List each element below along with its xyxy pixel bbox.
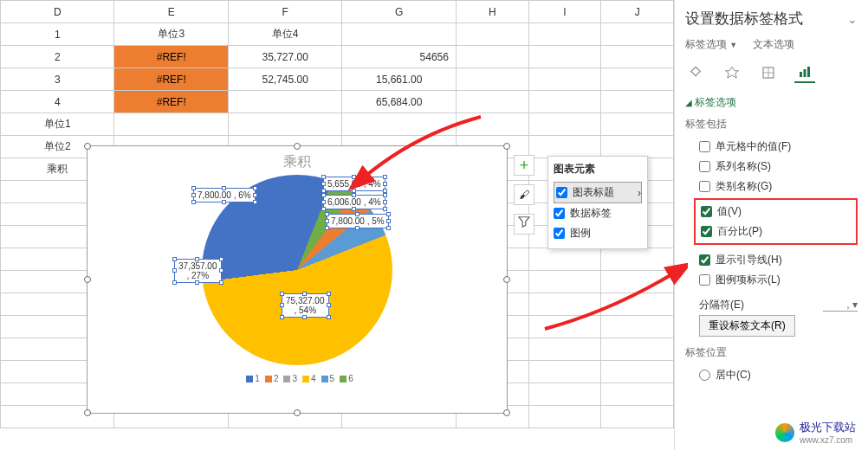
cell[interactable]: 35,727.00: [228, 46, 341, 68]
svg-rect-2: [800, 72, 802, 77]
flyout-checkbox[interactable]: [554, 228, 565, 239]
cell[interactable]: 4: [1, 91, 114, 113]
cell[interactable]: 54656: [342, 46, 456, 68]
cell[interactable]: 单位3: [114, 23, 228, 46]
separator-dropdown[interactable]: , ▾: [823, 299, 858, 312]
cell[interactable]: [601, 91, 674, 113]
flyout-label: 图表标题: [573, 185, 614, 200]
table-row[interactable]: 3 #REF! 52,745.00 15,661.00: [1, 68, 674, 91]
cell[interactable]: [528, 46, 601, 68]
legend-item[interactable]: 4: [311, 374, 316, 383]
annotation-arrow-icon: [347, 104, 494, 190]
opt-legend-key[interactable]: 图例项标示(L): [685, 270, 858, 290]
legend-item[interactable]: 5: [330, 374, 335, 383]
section-label-options[interactable]: 标签选项: [685, 95, 858, 110]
col-header-G[interactable]: G: [342, 1, 456, 23]
col-header-I[interactable]: I: [528, 1, 601, 23]
cell[interactable]: [528, 91, 601, 113]
flyout-item-chart-title[interactable]: 图表标题 ›: [554, 182, 642, 203]
cell[interactable]: 3: [1, 68, 114, 91]
chart-elements-button[interactable]: +: [514, 155, 534, 176]
cell-error[interactable]: #REF!: [114, 46, 228, 68]
legend-item[interactable]: 6: [348, 374, 353, 383]
cell[interactable]: 2: [1, 46, 114, 68]
watermark-brand: 极光下载站: [800, 420, 856, 435]
label-options-icon[interactable]: [794, 62, 815, 83]
spreadsheet-area: D E F G H I J 1 单位3 单位4 2 #REF! 35,727.0…: [0, 0, 674, 450]
cell[interactable]: [528, 68, 601, 91]
effects-icon[interactable]: [722, 62, 742, 83]
opt-series-name[interactable]: 系列名称(S): [685, 157, 858, 177]
col-header-J[interactable]: J: [601, 1, 674, 23]
cell-error[interactable]: #REF!: [114, 91, 228, 113]
subhead-label-position: 标签位置: [685, 345, 858, 360]
cell[interactable]: [456, 23, 528, 46]
fill-icon[interactable]: [685, 62, 706, 83]
chevron-down-icon[interactable]: ⌄: [847, 12, 858, 26]
cell[interactable]: [456, 68, 528, 91]
flyout-checkbox[interactable]: [556, 187, 567, 198]
subhead-label-contains: 标签包括: [685, 117, 858, 132]
flyout-checkbox[interactable]: [554, 208, 565, 219]
flyout-item-data-labels[interactable]: 数据标签: [554, 203, 642, 223]
legend-item[interactable]: 3: [292, 374, 297, 383]
cell-error[interactable]: #REF!: [114, 68, 228, 91]
cell[interactable]: [601, 23, 674, 46]
data-label[interactable]: 75,327.00 , 54%: [282, 293, 329, 318]
col-header-H[interactable]: H: [456, 1, 528, 23]
table-row[interactable]: 单位1: [1, 113, 674, 136]
flyout-label: 图例: [570, 226, 591, 241]
chart-legend[interactable]: 123456: [87, 369, 507, 383]
tab-text-options[interactable]: 文本选项: [753, 38, 794, 50]
data-label[interactable]: 7,800.00 , 6%: [193, 188, 256, 202]
cell[interactable]: [601, 46, 674, 68]
svg-rect-3: [804, 69, 806, 77]
row-label[interactable]: 单位1: [1, 113, 114, 136]
cell[interactable]: [456, 46, 528, 68]
cell[interactable]: 15,661.00: [342, 68, 456, 91]
size-icon[interactable]: [758, 62, 779, 83]
tab-label-options[interactable]: 标签选项 ▼: [685, 38, 737, 50]
svg-rect-4: [807, 67, 810, 77]
flyout-title: 图表元素: [554, 162, 642, 177]
reset-label-text-button[interactable]: 重设标签文本(R): [699, 315, 795, 337]
table-row[interactable]: 4 #REF! 65,684.00: [1, 91, 674, 113]
flyout-item-legend[interactable]: 图例: [554, 223, 642, 243]
opt-percentage[interactable]: 百分比(P): [696, 222, 856, 241]
legend-item[interactable]: 1: [255, 374, 260, 383]
cell[interactable]: [528, 23, 601, 46]
cell[interactable]: [342, 23, 456, 46]
col-header-F[interactable]: F: [228, 1, 341, 23]
watermark-url: www.xz7.com: [800, 435, 856, 445]
chart-elements-flyout: 图表元素 图表标题 › 数据标签 图例: [547, 156, 648, 249]
pos-center[interactable]: 居中(C): [685, 365, 858, 385]
chart-filter-button[interactable]: [514, 214, 534, 235]
col-header-E[interactable]: E: [114, 1, 228, 23]
data-label[interactable]: 7,800.00 , 5%: [327, 214, 389, 228]
opt-leader-lines[interactable]: 显示引导线(H): [685, 250, 858, 270]
data-label[interactable]: 37,357.00 , 27%: [174, 259, 222, 283]
legend-item[interactable]: 2: [274, 374, 279, 383]
watermark-logo-icon: [775, 423, 794, 442]
format-data-labels-panel: 设置数据标签格式 ⌄ 标签选项 ▼ 文本选项 标签选项 标签包括 单元格中的值(…: [674, 0, 868, 450]
annotation-arrow-icon: [532, 251, 688, 338]
col-header-D[interactable]: D: [1, 1, 114, 23]
cell[interactable]: 单位4: [228, 23, 341, 46]
data-label[interactable]: 6,006.00 , 4%: [323, 195, 385, 209]
chart-styles-button[interactable]: 🖌: [514, 184, 534, 205]
cell[interactable]: [228, 91, 341, 113]
opt-category-name[interactable]: 类别名称(G): [685, 177, 858, 196]
table-row[interactable]: 2 #REF! 35,727.00 54656: [1, 46, 674, 68]
watermark: 极光下载站 www.xz7.com: [775, 420, 856, 445]
cell[interactable]: 52,745.00: [228, 68, 341, 91]
table-row[interactable]: 1 单位3 单位4: [1, 23, 674, 46]
chevron-right-icon[interactable]: ›: [638, 187, 641, 199]
panel-title: 设置数据标签格式: [685, 9, 803, 29]
opt-value[interactable]: 值(V): [696, 202, 856, 222]
separator-row: 分隔符(E) , ▾: [685, 295, 858, 315]
opt-cell-value[interactable]: 单元格中的值(F): [685, 137, 858, 157]
cell[interactable]: 1: [1, 23, 114, 46]
flyout-label: 数据标签: [570, 206, 612, 221]
cell[interactable]: [601, 68, 674, 91]
highlight-box: 值(V) 百分比(P): [694, 198, 858, 245]
